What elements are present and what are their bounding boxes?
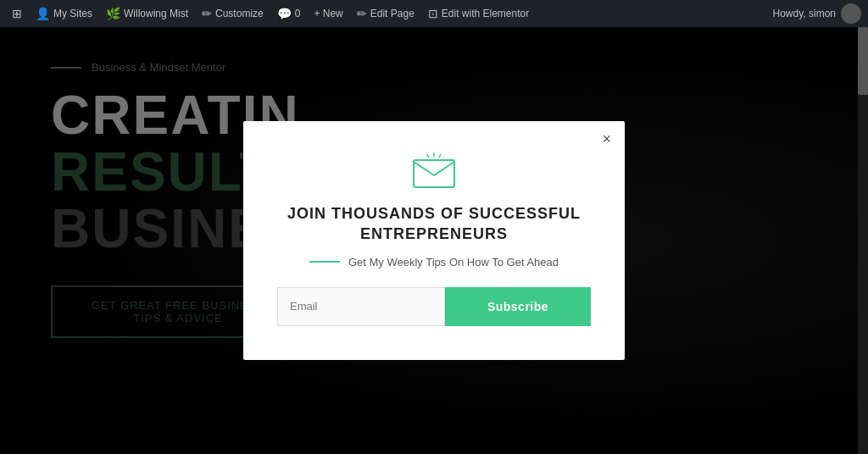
modal-divider-row: Get My Weekly Tips On How To Get Ahead: [277, 256, 591, 269]
elementor-link[interactable]: ⊡ Edit with Elementor: [423, 0, 534, 27]
sites-icon: 👤: [36, 7, 50, 20]
wordpress-logo[interactable]: ⊞: [7, 0, 27, 27]
wordpress-icon: ⊞: [12, 7, 22, 20]
admin-bar-right: Howdy, simon: [773, 3, 861, 24]
my-sites-menu[interactable]: 👤 My Sites: [31, 0, 97, 27]
modal-form: Subscribe: [277, 287, 591, 326]
new-link[interactable]: + New: [309, 0, 348, 27]
edit-icon: ✏: [357, 7, 367, 20]
modal-close-button[interactable]: ×: [602, 131, 611, 147]
svg-line-3: [439, 154, 441, 158]
comments-link[interactable]: 💬 0: [272, 0, 306, 27]
modal-divider: [309, 261, 340, 263]
modal-subtitle: Get My Weekly Tips On How To Get Ahead: [348, 256, 559, 269]
user-avatar[interactable]: [841, 3, 861, 24]
site-icon: 🌿: [106, 7, 120, 20]
elementor-icon: ⊡: [428, 7, 438, 20]
admin-bar: ⊞ 👤 My Sites 🌿 Willowing Mist ✏ Customiz…: [0, 0, 868, 27]
scrollbar[interactable]: [858, 27, 868, 454]
site-name[interactable]: 🌿 Willowing Mist: [101, 0, 193, 27]
svg-rect-0: [414, 160, 454, 187]
edit-page-link[interactable]: ✏ Edit Page: [352, 0, 420, 27]
email-icon: [411, 152, 457, 189]
modal-title: JOIN THOUSANDS OF SUCCESSFUL ENTREPRENEU…: [277, 204, 591, 244]
page-background: Business & Mindset Mentor CREATIN RESULT…: [0, 27, 868, 454]
howdy-text: Howdy, simon: [773, 8, 836, 19]
subscribe-button[interactable]: Subscribe: [445, 287, 591, 326]
subscription-modal: × JOIN THOUSANDS OF SUCCESSFUL ENTREPREN…: [243, 121, 625, 360]
customize-icon: ✏: [202, 7, 212, 20]
svg-line-2: [427, 154, 429, 158]
email-input[interactable]: [277, 287, 445, 326]
customize-link[interactable]: ✏ Customize: [197, 0, 269, 27]
scrollbar-thumb[interactable]: [858, 27, 868, 95]
modal-overlay: × JOIN THOUSANDS OF SUCCESSFUL ENTREPREN…: [0, 27, 868, 454]
comments-icon: 💬: [277, 7, 292, 20]
